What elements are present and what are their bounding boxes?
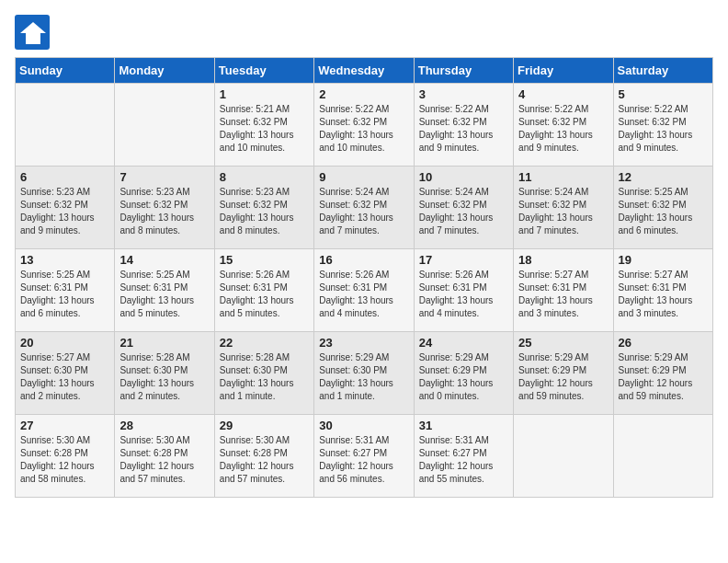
day-number: 12 xyxy=(619,170,708,184)
day-info: Sunrise: 5:24 AM Sunset: 6:32 PM Dayligh… xyxy=(319,186,408,237)
day-info: Sunrise: 5:30 AM Sunset: 6:28 PM Dayligh… xyxy=(20,434,109,486)
day-number: 11 xyxy=(518,170,608,184)
day-info: Sunrise: 5:27 AM Sunset: 6:30 PM Dayligh… xyxy=(20,351,109,403)
day-info: Sunrise: 5:23 AM Sunset: 6:32 PM Dayligh… xyxy=(220,186,309,237)
calendar-cell: 10Sunrise: 5:24 AM Sunset: 6:32 PM Dayli… xyxy=(414,167,513,249)
calendar-cell: 14Sunrise: 5:25 AM Sunset: 6:31 PM Dayli… xyxy=(115,249,214,332)
calendar-cell: 11Sunrise: 5:24 AM Sunset: 6:32 PM Dayli… xyxy=(514,167,613,249)
day-number: 25 xyxy=(518,336,608,350)
day-info: Sunrise: 5:26 AM Sunset: 6:31 PM Dayligh… xyxy=(220,269,309,320)
week-row-4: 20Sunrise: 5:27 AM Sunset: 6:30 PM Dayli… xyxy=(16,332,713,415)
day-header-friday: Friday xyxy=(514,58,613,84)
calendar-cell: 25Sunrise: 5:29 AM Sunset: 6:29 PM Dayli… xyxy=(514,332,613,415)
day-header-wednesday: Wednesday xyxy=(314,58,414,84)
calendar-cell: 23Sunrise: 5:29 AM Sunset: 6:30 PM Dayli… xyxy=(314,332,414,415)
day-info: Sunrise: 5:26 AM Sunset: 6:31 PM Dayligh… xyxy=(319,269,408,320)
day-info: Sunrise: 5:29 AM Sunset: 6:30 PM Dayligh… xyxy=(319,351,408,403)
day-header-tuesday: Tuesday xyxy=(214,58,313,84)
calendar-cell: 5Sunrise: 5:22 AM Sunset: 6:32 PM Daylig… xyxy=(613,84,712,167)
day-number: 15 xyxy=(220,253,309,267)
day-number: 30 xyxy=(319,419,408,432)
day-info: Sunrise: 5:25 AM Sunset: 6:31 PM Dayligh… xyxy=(20,269,109,320)
calendar-cell: 4Sunrise: 5:22 AM Sunset: 6:32 PM Daylig… xyxy=(514,84,613,167)
calendar-cell: 6Sunrise: 5:23 AM Sunset: 6:32 PM Daylig… xyxy=(16,167,115,249)
calendar-cell: 24Sunrise: 5:29 AM Sunset: 6:29 PM Dayli… xyxy=(414,332,513,415)
day-info: Sunrise: 5:26 AM Sunset: 6:31 PM Dayligh… xyxy=(419,269,508,320)
day-info: Sunrise: 5:29 AM Sunset: 6:29 PM Dayligh… xyxy=(419,351,508,403)
calendar-cell: 19Sunrise: 5:27 AM Sunset: 6:31 PM Dayli… xyxy=(613,249,712,332)
week-row-2: 6Sunrise: 5:23 AM Sunset: 6:32 PM Daylig… xyxy=(16,167,713,249)
calendar-cell: 31Sunrise: 5:31 AM Sunset: 6:27 PM Dayli… xyxy=(414,415,513,498)
day-number: 31 xyxy=(419,419,508,432)
calendar-cell xyxy=(16,84,115,167)
day-info: Sunrise: 5:24 AM Sunset: 6:32 PM Dayligh… xyxy=(518,186,608,237)
day-info: Sunrise: 5:27 AM Sunset: 6:31 PM Dayligh… xyxy=(518,269,608,320)
calendar-cell: 1Sunrise: 5:21 AM Sunset: 6:32 PM Daylig… xyxy=(214,84,313,167)
day-number: 8 xyxy=(220,170,309,184)
day-number: 7 xyxy=(119,170,209,184)
day-number: 1 xyxy=(220,87,309,101)
day-info: Sunrise: 5:31 AM Sunset: 6:27 PM Dayligh… xyxy=(419,434,508,486)
day-number: 2 xyxy=(319,87,408,101)
calendar-cell: 12Sunrise: 5:25 AM Sunset: 6:32 PM Dayli… xyxy=(613,167,712,249)
day-number: 21 xyxy=(119,336,209,350)
day-info: Sunrise: 5:22 AM Sunset: 6:32 PM Dayligh… xyxy=(419,103,508,155)
day-number: 13 xyxy=(20,253,109,267)
calendar-cell: 21Sunrise: 5:28 AM Sunset: 6:30 PM Dayli… xyxy=(115,332,214,415)
day-number: 22 xyxy=(220,336,309,350)
header-row: SundayMondayTuesdayWednesdayThursdayFrid… xyxy=(16,58,713,84)
day-number: 3 xyxy=(419,87,508,101)
calendar-cell: 3Sunrise: 5:22 AM Sunset: 6:32 PM Daylig… xyxy=(414,84,513,167)
logo xyxy=(15,15,55,50)
day-info: Sunrise: 5:22 AM Sunset: 6:32 PM Dayligh… xyxy=(319,103,408,155)
day-info: Sunrise: 5:29 AM Sunset: 6:29 PM Dayligh… xyxy=(619,351,708,403)
day-number: 14 xyxy=(119,253,209,267)
day-number: 29 xyxy=(220,419,309,432)
calendar-table: SundayMondayTuesdayWednesdayThursdayFrid… xyxy=(15,57,713,498)
calendar-cell: 8Sunrise: 5:23 AM Sunset: 6:32 PM Daylig… xyxy=(214,167,313,249)
calendar-cell xyxy=(514,415,613,498)
calendar-cell: 13Sunrise: 5:25 AM Sunset: 6:31 PM Dayli… xyxy=(16,249,115,332)
calendar-cell xyxy=(613,415,712,498)
calendar-cell: 20Sunrise: 5:27 AM Sunset: 6:30 PM Dayli… xyxy=(16,332,115,415)
day-header-monday: Monday xyxy=(115,58,214,84)
calendar-cell: 2Sunrise: 5:22 AM Sunset: 6:32 PM Daylig… xyxy=(314,84,414,167)
day-number: 20 xyxy=(20,336,109,350)
calendar-body: 1Sunrise: 5:21 AM Sunset: 6:32 PM Daylig… xyxy=(16,84,713,498)
day-info: Sunrise: 5:23 AM Sunset: 6:32 PM Dayligh… xyxy=(20,186,109,237)
calendar-cell: 16Sunrise: 5:26 AM Sunset: 6:31 PM Dayli… xyxy=(314,249,414,332)
calendar-header: SundayMondayTuesdayWednesdayThursdayFrid… xyxy=(16,58,713,84)
calendar-cell: 9Sunrise: 5:24 AM Sunset: 6:32 PM Daylig… xyxy=(314,167,414,249)
calendar-cell: 22Sunrise: 5:28 AM Sunset: 6:30 PM Dayli… xyxy=(214,332,313,415)
day-info: Sunrise: 5:28 AM Sunset: 6:30 PM Dayligh… xyxy=(119,351,209,403)
day-number: 10 xyxy=(419,170,508,184)
day-number: 18 xyxy=(518,253,608,267)
day-number: 17 xyxy=(419,253,508,267)
day-number: 19 xyxy=(619,253,708,267)
day-info: Sunrise: 5:30 AM Sunset: 6:28 PM Dayligh… xyxy=(119,434,209,486)
day-info: Sunrise: 5:21 AM Sunset: 6:32 PM Dayligh… xyxy=(220,103,309,155)
calendar-cell: 26Sunrise: 5:29 AM Sunset: 6:29 PM Dayli… xyxy=(613,332,712,415)
day-header-saturday: Saturday xyxy=(613,58,712,84)
day-number: 23 xyxy=(319,336,408,350)
calendar-cell: 18Sunrise: 5:27 AM Sunset: 6:31 PM Dayli… xyxy=(514,249,613,332)
day-number: 26 xyxy=(619,336,708,350)
day-info: Sunrise: 5:31 AM Sunset: 6:27 PM Dayligh… xyxy=(319,434,408,486)
day-info: Sunrise: 5:22 AM Sunset: 6:32 PM Dayligh… xyxy=(619,103,708,155)
calendar-cell: 28Sunrise: 5:30 AM Sunset: 6:28 PM Dayli… xyxy=(115,415,214,498)
day-number: 16 xyxy=(319,253,408,267)
calendar-cell: 15Sunrise: 5:26 AM Sunset: 6:31 PM Dayli… xyxy=(214,249,313,332)
calendar-cell: 27Sunrise: 5:30 AM Sunset: 6:28 PM Dayli… xyxy=(16,415,115,498)
page-header xyxy=(15,15,713,50)
day-number: 27 xyxy=(20,419,109,432)
logo-icon xyxy=(15,15,50,50)
day-number: 24 xyxy=(419,336,508,350)
week-row-1: 1Sunrise: 5:21 AM Sunset: 6:32 PM Daylig… xyxy=(16,84,713,167)
day-info: Sunrise: 5:25 AM Sunset: 6:31 PM Dayligh… xyxy=(119,269,209,320)
day-header-sunday: Sunday xyxy=(16,58,115,84)
day-header-thursday: Thursday xyxy=(414,58,513,84)
calendar-cell: 17Sunrise: 5:26 AM Sunset: 6:31 PM Dayli… xyxy=(414,249,513,332)
day-info: Sunrise: 5:22 AM Sunset: 6:32 PM Dayligh… xyxy=(518,103,608,155)
day-info: Sunrise: 5:27 AM Sunset: 6:31 PM Dayligh… xyxy=(619,269,708,320)
day-number: 6 xyxy=(20,170,109,184)
